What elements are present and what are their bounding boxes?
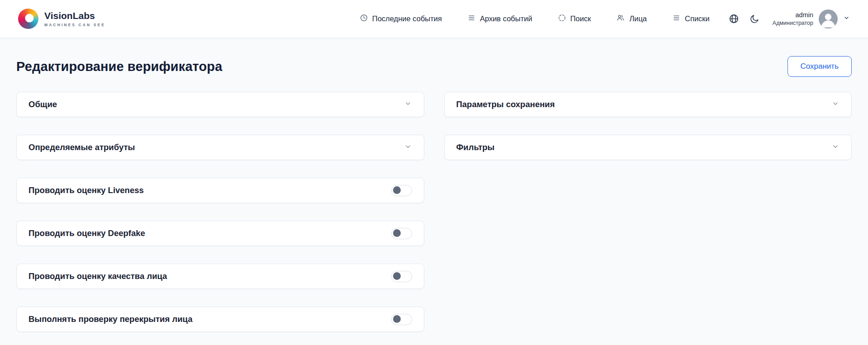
accordion-label: Фильтры — [456, 142, 495, 152]
nav-item-search[interactable]: Поиск — [558, 14, 591, 24]
dark-mode-moon-icon[interactable] — [749, 14, 759, 24]
toggle-row-face-quality: Проводить оценку качества лица — [16, 264, 424, 289]
settings-columns: Общие Определяемые атрибуты Проводить оц… — [16, 92, 852, 332]
toggle-label: Проводить оценку Liveness — [28, 185, 144, 195]
deepfake-toggle[interactable] — [391, 228, 412, 239]
avatar — [819, 9, 838, 28]
page-title: Редактирование верификатора — [16, 59, 222, 74]
accordion-label: Параметры сохранения — [456, 99, 555, 109]
nav-item-label: Архив событий — [480, 14, 532, 23]
user-role: Администратор — [773, 19, 813, 27]
chevron-down-icon — [843, 14, 850, 23]
language-globe-icon[interactable] — [729, 14, 739, 24]
toggle-label: Проводить оценку качества лица — [28, 271, 167, 281]
brand-tagline: MACHINES CAN SEE — [44, 23, 105, 27]
save-button[interactable]: Сохранить — [787, 56, 852, 77]
left-column: Общие Определяемые атрибуты Проводить оц… — [16, 92, 424, 332]
chevron-down-icon — [831, 142, 840, 152]
brand-text: VisionLabs MACHINES CAN SEE — [44, 10, 105, 27]
clock-icon — [360, 14, 368, 24]
toggle-label: Проводить оценку Deepfake — [28, 228, 145, 238]
accordion-detected-attributes[interactable]: Определяемые атрибуты — [16, 135, 424, 160]
accordion-save-params[interactable]: Параметры сохранения — [444, 92, 852, 117]
nav-item-label: Поиск — [570, 14, 591, 23]
chevron-down-icon — [404, 99, 412, 109]
nav-item-lists[interactable]: Списки — [672, 14, 710, 24]
toggle-knob — [393, 315, 401, 323]
face-occlusion-toggle[interactable] — [391, 314, 412, 325]
chevron-down-icon — [404, 142, 412, 152]
toggle-knob — [393, 186, 401, 194]
toggle-row-face-occlusion: Выполнять проверку перекрытия лица — [16, 307, 424, 332]
navbar-right-cluster: admin Администратор — [729, 9, 850, 28]
title-row: Редактирование верификатора Сохранить — [16, 56, 852, 77]
user-name: admin — [773, 11, 813, 19]
face-quality-toggle[interactable] — [391, 271, 412, 282]
nav-item-faces[interactable]: Лица — [616, 14, 647, 24]
toggle-knob — [393, 272, 401, 280]
accordion-filters[interactable]: Фильтры — [444, 135, 852, 160]
visionlabs-logo-icon — [18, 9, 38, 29]
toggle-row-liveness: Проводить оценку Liveness — [16, 178, 424, 203]
brand-name: VisionLabs — [44, 10, 105, 21]
accordion-general[interactable]: Общие — [16, 92, 424, 117]
top-navbar: VisionLabs MACHINES CAN SEE Последние со… — [0, 0, 868, 38]
list-icon — [467, 14, 476, 24]
toggle-knob — [393, 229, 401, 237]
nav-item-label: Лица — [629, 14, 647, 23]
people-icon — [616, 14, 625, 24]
accordion-label: Общие — [28, 99, 57, 109]
nav-item-latest-events[interactable]: Последние события — [360, 14, 442, 24]
right-column: Параметры сохранения Фильтры — [444, 92, 852, 160]
main-content: Редактирование верификатора Сохранить Об… — [0, 56, 868, 332]
toggle-row-deepfake: Проводить оценку Deepfake — [16, 221, 424, 246]
chevron-down-icon — [831, 99, 840, 109]
brand-logo[interactable]: VisionLabs MACHINES CAN SEE — [18, 9, 105, 29]
toggle-label: Выполнять проверку перекрытия лица — [28, 314, 192, 324]
nav-item-event-archive[interactable]: Архив событий — [467, 14, 532, 24]
accordion-label: Определяемые атрибуты — [28, 142, 135, 152]
scan-circle-icon — [558, 14, 566, 24]
user-info: admin Администратор — [773, 11, 813, 27]
nav-item-label: Списки — [685, 14, 710, 23]
user-menu[interactable]: admin Администратор — [773, 9, 850, 28]
liveness-toggle[interactable] — [391, 185, 412, 196]
list-icon — [672, 14, 681, 24]
nav-item-label: Последние события — [372, 14, 442, 23]
main-nav: Последние события Архив событий Поиск Ли… — [360, 14, 710, 24]
